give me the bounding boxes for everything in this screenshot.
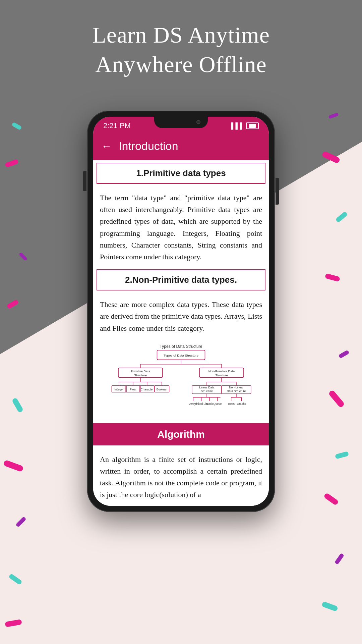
notch [154, 117, 208, 128]
status-icons: ▌▌▌ [231, 122, 259, 129]
non-primitive-body: These are more complex data types. These… [93, 290, 269, 339]
confetti-pill-12 [325, 273, 340, 282]
front-camera-icon [196, 120, 200, 124]
battery-icon [246, 122, 259, 129]
svg-text:Stack: Stack [206, 402, 213, 405]
svg-text:Types of Data Structure: Types of Data Structure [164, 353, 198, 357]
confetti-pill-13 [338, 350, 350, 359]
svg-text:Non-Linear: Non-Linear [229, 386, 244, 389]
svg-text:Structure: Structure [201, 389, 213, 393]
app-bar-title: Introduction [119, 140, 178, 153]
svg-text:Structure: Structure [134, 374, 147, 377]
svg-text:Primitive Data: Primitive Data [131, 370, 150, 373]
svg-text:Integer: Integer [115, 388, 124, 391]
confetti-pill-8 [5, 619, 22, 627]
svg-text:Character: Character [140, 388, 154, 391]
confetti-pill-5 [3, 460, 24, 472]
phone-screen: 2:21 PM ▌▌▌ ← Introduction 1.Primit [93, 117, 269, 506]
data-structure-diagram: Types of Data Structure Types of Data St… [100, 343, 262, 417]
confetti-pill-17 [335, 553, 345, 565]
confetti-pill-6 [15, 516, 26, 527]
header-text: Learn DS Anytime Anywhere Offline [0, 20, 362, 79]
status-bar: 2:21 PM ▌▌▌ [93, 117, 269, 133]
diagram-title: Types of Data Structure [160, 344, 202, 349]
confetti-pill-15 [335, 451, 349, 459]
status-time: 2:21 PM [103, 121, 131, 130]
confetti-pill-7 [8, 573, 22, 585]
app-bar: ← Introduction [93, 133, 269, 160]
non-primitive-section: 2.Non-Primitive data types. These are mo… [93, 269, 269, 339]
confetti-pill-18 [321, 601, 339, 611]
svg-text:Non-Primitive Data: Non-Primitive Data [208, 370, 235, 373]
svg-text:Float: Float [130, 388, 136, 391]
svg-text:Graphs: Graphs [237, 402, 246, 405]
primitive-section: 1.Primitive data types The term "data ty… [93, 163, 269, 268]
algorithm-title: Algorithm [157, 429, 205, 440]
battery-fill [249, 124, 256, 128]
signal-icon: ▌▌▌ [231, 122, 244, 129]
confetti-pill-14 [328, 389, 345, 408]
non-primitive-header: 2.Non-Primitive data types. [97, 269, 265, 290]
header-line2: Anywhere Offline [0, 50, 362, 79]
svg-text:Boolean: Boolean [157, 388, 167, 391]
svg-text:Structure: Structure [215, 374, 228, 377]
primitive-header: 1.Primitive data types [97, 163, 265, 184]
phone-outer: 2:21 PM ▌▌▌ ← Introduction 1.Primit [87, 111, 275, 512]
primitive-title: 1.Primitive data types [136, 168, 226, 178]
content-area: 1.Primitive data types The term "data ty… [93, 160, 269, 506]
non-primitive-title: 2.Non-Primitive data types. [125, 275, 237, 285]
back-button[interactable]: ← [101, 140, 112, 152]
algorithm-body: An algorithm is a finite set of instruct… [93, 445, 269, 506]
primitive-body: The term "data type" and "primitive data… [93, 184, 269, 268]
confetti-pill-4 [11, 397, 23, 413]
svg-text:Queue: Queue [214, 402, 222, 405]
svg-text:Data Structure: Data Structure [227, 389, 246, 393]
algorithm-section: Algorithm An algorithm is a finite set o… [93, 423, 269, 506]
confetti-pill-16 [323, 492, 339, 505]
svg-text:Linear Data: Linear Data [199, 386, 215, 389]
diagram-container: Types of Data Structure Types of Data St… [93, 339, 269, 423]
confetti-pill-11 [335, 211, 348, 223]
header-line1: Learn DS Anytime [0, 20, 362, 50]
svg-text:Trees: Trees [228, 402, 235, 405]
phone-mockup: 2:21 PM ▌▌▌ ← Introduction 1.Primit [87, 111, 275, 512]
algorithm-header: Algorithm [93, 423, 269, 445]
